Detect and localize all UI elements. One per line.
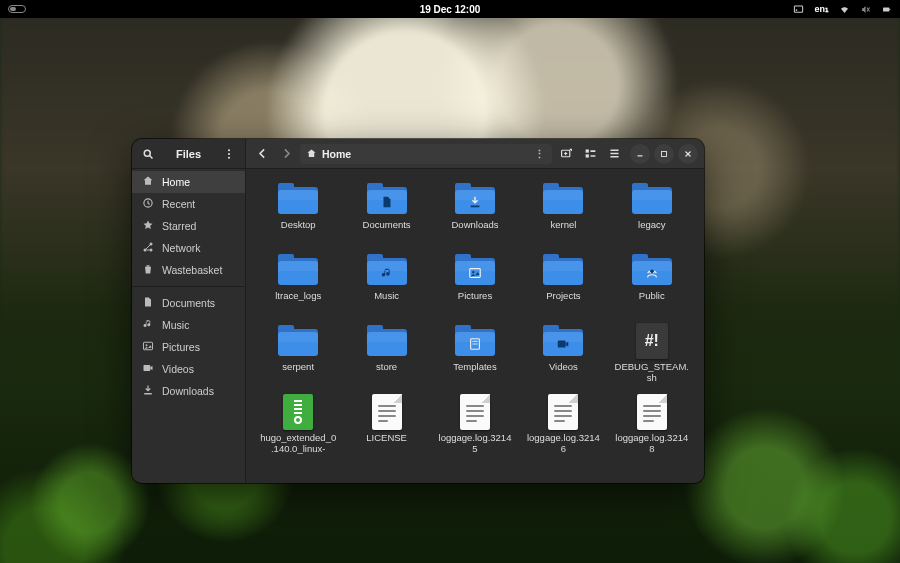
file-item[interactable]: Documents [344,177,428,246]
file-item[interactable]: serpent [256,319,340,388]
file-label: loggage.log.32148 [613,433,691,455]
main-menu-button[interactable] [604,144,624,164]
file-item[interactable]: Templates [433,319,517,388]
file-label: ltrace_logs [275,291,321,313]
view-options-button[interactable] [580,144,600,164]
forward-button[interactable] [276,144,296,164]
sidebar-item-documents[interactable]: Documents [132,292,245,314]
recent-icon [142,197,154,211]
panel-lang[interactable]: en₁ [814,4,829,14]
file-item[interactable]: Projects [521,248,605,317]
network-icon[interactable] [839,4,850,15]
file-item[interactable]: Videos [521,319,605,388]
file-label: Documents [363,220,411,242]
sidebar-item-videos[interactable]: Videos [132,358,245,380]
folder-icon [632,254,672,286]
file-item[interactable]: LICENSE [344,390,428,459]
top-panel: 19 Dec 12:00 en₁ [0,0,900,18]
svg-point-34 [650,270,654,274]
file-label: Projects [546,291,580,313]
file-item[interactable]: loggage.log.32145 [433,390,517,459]
svg-point-16 [146,344,148,346]
svg-rect-0 [795,6,803,12]
sidebar-item-wastebasket[interactable]: Wastebasket [132,259,245,281]
folder-icon [543,183,583,215]
toolbar: Home ⋮ [246,139,704,169]
text-file-icon [372,394,402,430]
sidebar-separator [132,286,245,287]
screencast-icon[interactable] [793,4,804,15]
trash-icon [142,263,154,277]
picture-icon [142,340,154,354]
power-icon[interactable] [881,4,892,15]
svg-rect-4 [883,7,889,11]
folder-icon [278,325,318,357]
sidebar-item-pictures[interactable]: Pictures [132,336,245,358]
file-item[interactable]: Downloads [433,177,517,246]
svg-point-1 [796,9,798,11]
sidebar-item-label: Wastebasket [162,264,222,276]
sidebar-item-starred[interactable]: Starred [132,215,245,237]
close-button[interactable] [678,144,698,164]
file-item[interactable]: legacy [610,177,694,246]
search-button[interactable] [140,145,156,163]
sidebar-item-label: Pictures [162,341,200,353]
file-label: Videos [549,362,578,384]
file-item[interactable]: ltrace_logs [256,248,340,317]
file-item[interactable]: kernel [521,177,605,246]
folder-icon [367,325,407,357]
folder-icon [455,325,495,357]
file-label: Desktop [281,220,316,242]
sidebar-menu-button[interactable] [221,145,237,163]
path-menu-button[interactable]: ⋮ [534,148,546,160]
svg-rect-29 [662,151,667,156]
svg-rect-17 [144,365,151,371]
minimize-button[interactable] [630,144,650,164]
file-item[interactable]: loggage.log.32146 [521,390,605,459]
folder-icon [455,183,495,215]
folder-icon [632,183,672,215]
new-tab-button[interactable] [556,144,576,164]
home-icon [306,148,317,159]
file-item[interactable]: store [344,319,428,388]
video-icon [142,362,154,376]
svg-rect-22 [585,154,588,157]
file-item[interactable]: Pictures [433,248,517,317]
file-item[interactable]: hugo_extended_0.140.0_linux- [256,390,340,459]
app-title: Files [176,148,201,160]
panel-clock[interactable]: 19 Dec 12:00 [420,4,481,15]
file-label: store [376,362,397,384]
sidebar-item-label: Documents [162,297,215,309]
music-icon [142,318,154,332]
file-item[interactable]: Music [344,248,428,317]
sidebar-item-music[interactable]: Music [132,314,245,336]
home-icon [142,175,154,189]
sidebar-item-label: Downloads [162,385,214,397]
svg-point-14 [150,249,153,252]
folder-icon [278,183,318,215]
file-label: Templates [453,362,496,384]
sidebar-item-downloads[interactable]: Downloads [132,380,245,402]
sidebar-item-recent[interactable]: Recent [132,193,245,215]
file-item[interactable]: loggage.log.32148 [610,390,694,459]
archive-file-icon [283,394,313,430]
svg-rect-5 [889,8,890,9]
file-item[interactable]: #!DEBUG_STEAM.sh [610,319,694,388]
sidebar-item-network[interactable]: Network [132,237,245,259]
maximize-button[interactable] [654,144,674,164]
svg-rect-38 [558,341,566,348]
file-item[interactable]: Public [610,248,694,317]
file-label: kernel [550,220,576,242]
text-file-icon [548,394,578,430]
file-item[interactable]: Desktop [256,177,340,246]
sidebar-item-home[interactable]: Home [132,171,245,193]
back-button[interactable] [252,144,272,164]
volume-muted-icon[interactable] [860,4,871,15]
sidebar-item-label: Network [162,242,201,254]
file-label: loggage.log.32145 [436,433,514,455]
path-bar[interactable]: Home ⋮ [300,144,552,164]
download-icon [142,384,154,398]
folder-icon [367,183,407,215]
activities-pill[interactable] [8,5,26,13]
folder-icon [278,254,318,286]
